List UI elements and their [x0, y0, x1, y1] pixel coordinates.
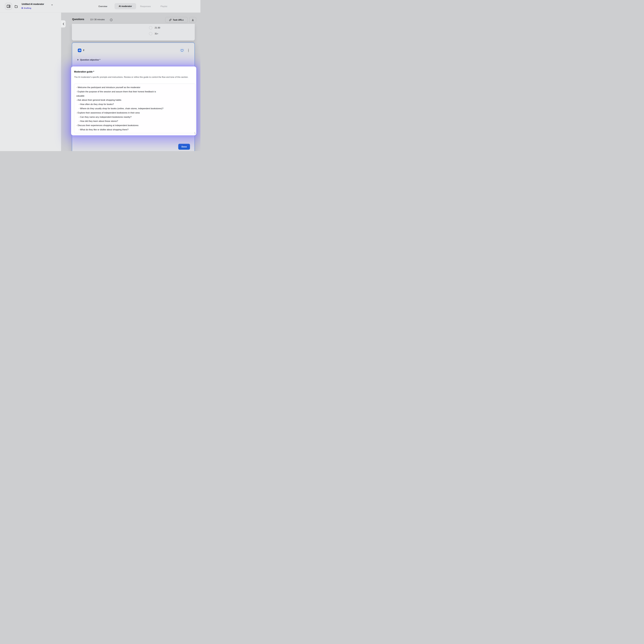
question-card-number: 2 [83, 49, 84, 51]
duration-counter: 13 / 30 minutes [90, 18, 105, 21]
disclosure-triangle-icon [78, 59, 79, 61]
collapse-sidebar-button[interactable] [61, 20, 66, 28]
download-icon [192, 19, 194, 21]
info-icon[interactable] [110, 18, 113, 21]
project-title[interactable]: Untitled AI moderator [22, 3, 44, 6]
status-dot [22, 7, 23, 9]
main-section-title: Questions [72, 18, 84, 21]
chevron-down-icon[interactable] [51, 4, 53, 6]
tab-overview[interactable]: Overview [98, 4, 108, 9]
question-objective-label: Question objective * [80, 59, 100, 61]
radio-option-row: 21-30 [149, 26, 160, 29]
link-icon [169, 19, 172, 21]
moderation-guide-textarea[interactable]: - Welcome the participant and introduce … [74, 84, 195, 133]
question-objective-toggle[interactable]: Question objective * [78, 58, 100, 61]
tab-playlist[interactable]: Playlist [160, 4, 168, 9]
task-urls-label: Task URLs [173, 19, 184, 21]
comment-button[interactable] [180, 48, 185, 53]
status-label: Drafting [24, 7, 31, 9]
moderation-guide-modal: Moderation guide * The AI moderator's sp… [71, 66, 196, 135]
radio-button[interactable] [149, 32, 152, 35]
chevron-left-icon [63, 23, 64, 25]
download-button[interactable] [189, 17, 196, 23]
app-header: Untitled AI moderator Drafting Overview … [0, 0, 200, 13]
sidebar-layout-icon [7, 5, 10, 8]
waveform-icon [78, 49, 81, 52]
radio-option-label: 21-30 [155, 27, 160, 29]
done-button[interactable]: Done [178, 144, 190, 150]
modal-description: The AI moderator's specific prompts and … [74, 75, 195, 79]
kebab-dot [188, 51, 189, 52]
status-badge: Drafting [22, 7, 31, 9]
task-urls-button[interactable]: Task URLs [165, 17, 188, 23]
question-1-card: 21-30 31+ [72, 24, 195, 41]
radio-option-label: 31+ [155, 32, 158, 35]
kebab-dot [188, 49, 189, 50]
sidebar-toggle-button[interactable] [5, 3, 12, 10]
folder-button[interactable] [14, 4, 19, 9]
kebab-menu-button[interactable] [187, 48, 190, 53]
tab-ai-moderator[interactable]: AI moderator [115, 3, 136, 9]
radio-option-row: 31+ [149, 32, 158, 35]
modal-title: Moderation guide * [74, 70, 94, 73]
kebab-dot [188, 50, 189, 51]
folder-icon [15, 5, 18, 8]
tab-responses[interactable]: Responses [139, 4, 152, 9]
questions-sidebar [0, 12, 61, 151]
radio-button[interactable] [149, 26, 152, 29]
comment-bubble-icon [181, 49, 183, 52]
